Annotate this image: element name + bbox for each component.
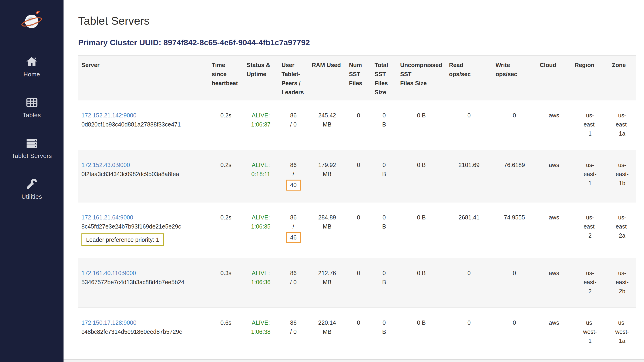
server-uuid: 53467572be7c4d13b3ac88d4b7ee5b24: [82, 278, 205, 287]
cell-read-ops: 0: [446, 258, 492, 308]
server-address-link[interactable]: 172.161.21.64:9000: [82, 214, 133, 221]
cell-tablet-peers-leaders: 86/46: [278, 203, 308, 258]
cell-write-ops: 0: [492, 100, 536, 150]
tablet-server-row: 172.150.17.128:9000c48bc82fc7314d5e91860…: [78, 308, 636, 357]
window-right-edge: [643, 0, 643, 362]
tables-icon: [26, 96, 38, 109]
cell-write-ops: 0: [492, 308, 536, 357]
cell-uncompressed-sst-files-size: 0 B: [397, 258, 446, 308]
sidebar-item-label: Home: [24, 71, 40, 78]
cell-status-uptime: ALIVE:1:06:35: [243, 203, 278, 258]
column-header-status: Status &Uptime: [243, 56, 278, 100]
cell-ram-used: 284.89MB: [308, 203, 346, 258]
cell-total-sst-files-size: 0B: [371, 308, 397, 357]
column-header-zone: Zone: [609, 56, 636, 100]
cell-time-since-heartbeat: 0.2s: [208, 203, 243, 258]
column-header-ram: RAM Used: [308, 56, 346, 100]
tablet-server-row: 172.161.40.110:900053467572be7c4d13b3ac8…: [78, 258, 636, 308]
cell-cloud: aws: [536, 100, 572, 150]
cell-ram-used: 220.14MB: [308, 308, 346, 357]
column-header-read-ops: Readops/sec: [446, 56, 492, 100]
cell-zone: us-east-1b: [609, 150, 636, 203]
horizontal-scrollbar[interactable]: [64, 359, 644, 362]
sidebar-item-utilities[interactable]: Utilities: [22, 178, 42, 200]
cell-num-sst-files: 0: [346, 308, 371, 357]
server-uuid: c48bc82fc7314d5e91860eed87b5729c: [82, 327, 205, 336]
cell-tablet-peers-leaders: 86/ 0: [278, 308, 308, 357]
cell-region: us-west-1: [572, 308, 609, 357]
cell-num-sst-files: 0: [346, 203, 371, 258]
cell-total-sst-files-size: 0B: [371, 100, 397, 150]
tablet-server-row: 172.161.21.64:90008c45fd27e3e24b7b93f169…: [78, 203, 636, 258]
cell-cloud: aws: [536, 203, 572, 258]
cell-server: 172.161.40.110:900053467572be7c4d13b3ac8…: [78, 258, 208, 308]
cell-ram-used: 245.42MB: [308, 100, 346, 150]
cell-num-sst-files: 0: [346, 150, 371, 203]
tablet-servers-icon: [26, 137, 38, 149]
cell-uncompressed-sst-files-size: 0 B: [397, 100, 446, 150]
page-title: Tablet Servers: [78, 15, 636, 27]
cell-status-uptime: ALIVE:1:06:36: [243, 258, 278, 308]
cell-zone: us-east-2a: [609, 203, 636, 258]
cell-time-since-heartbeat: 0.6s: [208, 308, 243, 357]
cell-zone: us-east-1a: [609, 100, 636, 150]
cell-region: us-east-2: [572, 203, 609, 258]
primary-cluster-uuid-heading: Primary Cluster UUID: 8974f842-8c65-4e6f…: [78, 38, 636, 47]
server-address-link[interactable]: 172.152.43.0:9000: [82, 162, 130, 168]
cell-uncompressed-sst-files-size: 0 B: [397, 203, 446, 258]
home-icon: [25, 55, 38, 68]
cell-num-sst-files: 0: [346, 258, 371, 308]
leaders-highlight-badge: 46: [286, 232, 301, 243]
cell-num-sst-files: 0: [346, 100, 371, 150]
cell-zone: us-west-1a: [609, 308, 636, 357]
column-header-uncompressed-sst-size: UncompressedSSTFiles Size: [397, 56, 446, 100]
main-content: Tablet Servers Primary Cluster UUID: 897…: [64, 0, 644, 362]
cell-region: us-east-1: [572, 150, 609, 203]
app-window: Home Tables Tablet Servers Utilities: [0, 0, 644, 362]
cell-write-ops: 0: [492, 258, 536, 308]
sidebar-item-home[interactable]: Home: [24, 55, 40, 78]
sidebar-item-label: Tables: [22, 112, 41, 119]
cell-uncompressed-sst-files-size: 0 B: [397, 150, 446, 203]
cell-region: us-east-1: [572, 100, 609, 150]
cell-ram-used: 212.76MB: [308, 258, 346, 308]
server-address-link[interactable]: 172.150.17.128:9000: [82, 319, 136, 326]
tablet-servers-table: ServerTimesinceheartbeatStatus &UptimeUs…: [78, 55, 636, 357]
cell-cloud: aws: [536, 308, 572, 357]
leader-preference-badge: Leader preference priority: 1: [82, 233, 164, 246]
cell-tablet-peers-leaders: 86/ 0: [278, 258, 308, 308]
cell-cloud: aws: [536, 150, 572, 203]
cell-read-ops: 2101.69: [446, 150, 492, 203]
cell-read-ops: 0: [446, 100, 492, 150]
cell-total-sst-files-size: 0B: [371, 203, 397, 258]
sidebar-item-tablet-servers[interactable]: Tablet Servers: [12, 137, 52, 159]
column-header-total-sst-size: TotalSSTFilesSize: [371, 56, 397, 100]
server-uuid: 0f2faa3c834343c0982dc9503a8a8fea: [82, 169, 205, 179]
column-header-region: Region: [572, 56, 609, 100]
cell-cloud: aws: [536, 258, 572, 308]
cell-total-sst-files-size: 0B: [371, 150, 397, 203]
server-address-link[interactable]: 172.152.21.142:9000: [82, 112, 136, 119]
cell-region: us-east-2: [572, 258, 609, 308]
cell-server: 172.150.17.128:9000c48bc82fc7314d5e91860…: [78, 308, 208, 357]
server-address-link[interactable]: 172.161.40.110:9000: [82, 270, 136, 276]
cell-write-ops: 74.9555: [492, 203, 536, 258]
cell-status-uptime: ALIVE:1:06:38: [243, 308, 278, 357]
column-header-write-ops: Writeops/sec: [492, 56, 536, 100]
column-header-cloud: Cloud: [536, 56, 572, 100]
cell-status-uptime: ALIVE:0:18:11: [243, 150, 278, 203]
cell-time-since-heartbeat: 0.3s: [208, 258, 243, 308]
yugabyte-logo[interactable]: [21, 10, 43, 32]
cell-status-uptime: ALIVE:1:06:37: [243, 100, 278, 150]
cell-server: 172.152.43.0:90000f2faa3c834343c0982dc95…: [78, 150, 208, 203]
cell-uncompressed-sst-files-size: 0 B: [397, 308, 446, 357]
cell-write-ops: 76.6189: [492, 150, 536, 203]
cell-read-ops: 2681.41: [446, 203, 492, 258]
sidebar-item-tables[interactable]: Tables: [22, 96, 41, 119]
cell-server: 172.152.21.142:90000d820cf1b93c40d881a27…: [78, 100, 208, 150]
cell-zone: us-east-2b: [609, 258, 636, 308]
tablet-server-row: 172.152.43.0:90000f2faa3c834343c0982dc95…: [78, 150, 636, 203]
column-header-server: Server: [78, 56, 208, 100]
server-uuid: 8c45fd27e3e24b7b93f169de21e5e29c: [82, 222, 205, 231]
cell-ram-used: 179.92MB: [308, 150, 346, 203]
